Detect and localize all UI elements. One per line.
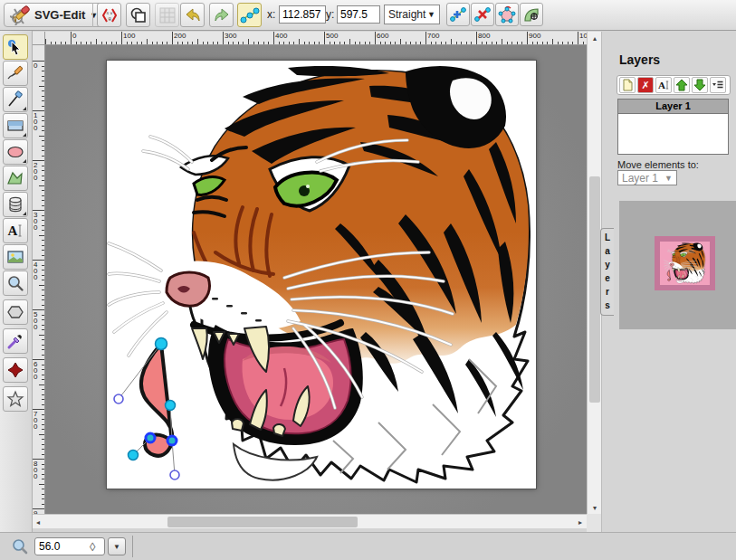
zoom-icon bbox=[12, 538, 28, 555]
ruler-major-tick bbox=[273, 32, 274, 45]
horizontal-scrollbar[interactable]: ◂ ▸ bbox=[32, 514, 587, 528]
path-node-mode-button[interactable] bbox=[237, 3, 262, 27]
ruler-minor-tick bbox=[42, 349, 45, 350]
ruler-minor-tick bbox=[187, 42, 188, 45]
ruler-minor-tick bbox=[61, 42, 62, 45]
layer-row-selected[interactable]: Layer 1 bbox=[618, 100, 728, 114]
x-coordinate-input[interactable] bbox=[279, 5, 326, 24]
move-elements-select[interactable]: Layer 1 ▼ bbox=[617, 170, 677, 185]
left-ruler: 01 0 02 0 03 0 04 0 05 0 06 0 07 0 08 0 … bbox=[32, 45, 45, 514]
ruler-minor-tick bbox=[42, 255, 45, 256]
ruler-minor-tick bbox=[385, 42, 386, 45]
move-layer-down-button[interactable] bbox=[692, 77, 708, 93]
segment-type-select[interactable]: Straight ▼ bbox=[384, 5, 440, 24]
select-tool-button[interactable] bbox=[3, 34, 28, 60]
polygon-tool-button[interactable] bbox=[3, 166, 28, 191]
tiger-artwork[interactable] bbox=[107, 61, 536, 489]
line-tool-button[interactable] bbox=[3, 87, 28, 112]
rename-layer-icon: A bbox=[657, 79, 670, 91]
ruler-minor-tick bbox=[42, 479, 45, 479]
vertical-scrollbar-thumb[interactable] bbox=[589, 176, 600, 403]
rename-layer-button[interactable]: A bbox=[655, 77, 672, 93]
scroll-left-icon[interactable]: ◂ bbox=[32, 516, 44, 528]
zoom-tool-icon bbox=[6, 274, 24, 292]
rectangle-tool-button[interactable] bbox=[3, 113, 28, 138]
y-coordinate-input[interactable] bbox=[337, 5, 380, 24]
ruler-major-tick bbox=[527, 32, 528, 45]
ruler-major-tick bbox=[172, 32, 173, 45]
zoom-spinner-icon[interactable]: ◊ bbox=[90, 541, 95, 553]
ruler-minor-tick bbox=[42, 399, 45, 400]
scrollbar-corner bbox=[587, 514, 601, 532]
ruler-minor-tick bbox=[39, 434, 45, 435]
ruler-minor-tick bbox=[65, 42, 66, 45]
ruler-minor-tick bbox=[42, 166, 45, 166]
ruler-minor-tick bbox=[471, 42, 472, 45]
ruler-minor-tick bbox=[42, 439, 45, 440]
image-tool-button[interactable] bbox=[3, 244, 28, 270]
pencil-tool-button[interactable] bbox=[3, 61, 28, 86]
ruler-minor-tick bbox=[157, 42, 158, 45]
ruler-minor-tick bbox=[416, 42, 416, 45]
shape-library-tool-button[interactable] bbox=[3, 192, 28, 217]
ruler-minor-tick bbox=[86, 42, 87, 45]
new-layer-button[interactable] bbox=[619, 77, 636, 93]
delete-layer-button[interactable]: ✗ bbox=[637, 77, 654, 93]
svg-text:A: A bbox=[8, 223, 18, 238]
move-layer-up-button[interactable] bbox=[674, 77, 690, 93]
ruler-label: 1000 bbox=[579, 33, 587, 40]
zoom-tool-button[interactable] bbox=[3, 271, 28, 296]
ruler-minor-tick bbox=[537, 42, 538, 45]
zoom-level-input[interactable] bbox=[35, 540, 90, 553]
ruler-minor-tick bbox=[304, 42, 305, 45]
ruler-minor-tick bbox=[192, 42, 193, 45]
workspace[interactable] bbox=[45, 45, 587, 514]
convert-to-path-button[interactable] bbox=[520, 3, 543, 26]
text-tool-button[interactable]: A bbox=[3, 218, 28, 243]
ruler-minor-tick bbox=[42, 126, 45, 127]
layers-panel-tab[interactable]: L a y e r s bbox=[600, 228, 614, 316]
ruler-minor-tick bbox=[253, 42, 254, 45]
ruler-minor-tick bbox=[42, 66, 45, 67]
vertical-scrollbar[interactable]: ▴ ▾ bbox=[587, 32, 601, 514]
ruler-label: 400 bbox=[275, 33, 287, 40]
delete-node-button[interactable] bbox=[471, 3, 494, 26]
svg-canvas[interactable] bbox=[107, 61, 536, 489]
ruler-minor-tick bbox=[42, 225, 45, 226]
undo-button[interactable] bbox=[180, 3, 205, 27]
eyedropper-tool-button[interactable] bbox=[3, 328, 28, 354]
scroll-up-icon[interactable]: ▴ bbox=[588, 32, 601, 44]
layer-list[interactable]: Layer 1 bbox=[617, 99, 729, 155]
open-close-path-button[interactable] bbox=[495, 3, 519, 26]
ruler-minor-tick bbox=[42, 130, 45, 131]
main-menu-button[interactable]: SVG-Edit ▼ bbox=[4, 3, 104, 27]
document-properties-button[interactable] bbox=[126, 3, 150, 27]
ruler-minor-tick bbox=[127, 42, 128, 45]
ellipse-tool-button[interactable] bbox=[3, 139, 28, 165]
layer-preview-thumbnail[interactable] bbox=[655, 236, 715, 290]
scroll-right-icon[interactable]: ▸ bbox=[574, 516, 587, 528]
add-node-button[interactable] bbox=[446, 3, 470, 26]
hexagon-tool-button[interactable] bbox=[3, 299, 28, 325]
ruler-minor-tick bbox=[42, 305, 45, 306]
grid-button[interactable] bbox=[155, 3, 179, 27]
horizontal-scrollbar-thumb[interactable] bbox=[167, 517, 358, 527]
layer-menu-button[interactable] bbox=[710, 77, 726, 93]
ruler-minor-tick bbox=[42, 176, 45, 176]
ruler-minor-tick bbox=[268, 42, 269, 45]
scroll-down-icon[interactable]: ▾ bbox=[588, 501, 601, 514]
ruler-minor-tick bbox=[111, 42, 112, 45]
redo-button[interactable] bbox=[209, 3, 234, 27]
zoom-preset-dropdown-button[interactable]: ▼ bbox=[108, 537, 126, 555]
ruler-minor-tick bbox=[162, 42, 163, 45]
star-tool-button[interactable] bbox=[3, 386, 28, 412]
ruler-minor-tick bbox=[217, 42, 218, 45]
ruler-major-tick bbox=[375, 32, 376, 45]
ruler-minor-tick bbox=[299, 39, 300, 45]
line-tool-icon bbox=[6, 90, 24, 109]
path-edit-overlay[interactable] bbox=[114, 338, 179, 480]
source-code-button[interactable]: s v g bbox=[97, 3, 121, 27]
cross-shape-tool-button[interactable] bbox=[3, 357, 28, 383]
ruler-minor-tick bbox=[39, 384, 45, 385]
ruler-minor-tick bbox=[42, 369, 45, 370]
